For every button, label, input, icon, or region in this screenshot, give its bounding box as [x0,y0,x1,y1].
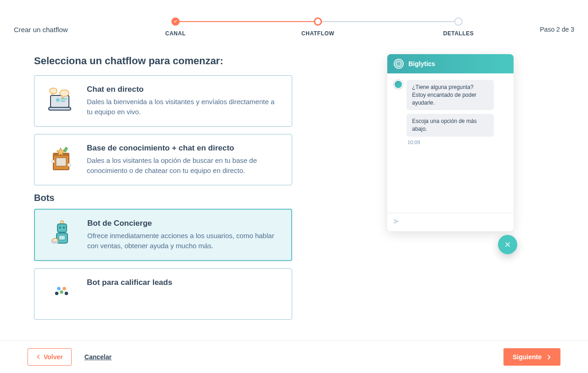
option-qualify-leads-bot[interactable]: Bot para calificar leads [34,268,292,320]
svg-point-17 [57,287,61,290]
chat-message: Escoja una opción de más abajo. [407,114,494,137]
next-label: Siguiente [513,353,542,361]
concierge-bot-icon [46,219,78,251]
option-concierge-bot[interactable]: Bot de Concierge Ofrece inmediatamente a… [34,209,292,261]
svg-rect-13 [63,227,65,228]
option-title: Bot de Concierge [87,219,277,228]
svg-rect-1 [49,107,71,110]
step-counter: Paso 2 de 3 [510,16,574,33]
step-label-chatflow: CHATFLOW [301,30,334,37]
chat-input-area[interactable] [387,213,514,231]
step-node-detalles[interactable] [454,17,463,26]
svg-point-22 [396,61,401,66]
option-title: Chat en directo [87,85,278,94]
chevron-right-icon [546,355,551,360]
option-live-chat[interactable]: Chat en directo Dales la bienvenida a lo… [34,75,292,127]
bot-avatar-icon [394,80,403,89]
stepper: CANAL CHATFLOW DETALLES [119,16,510,39]
check-icon [173,19,178,24]
chat-timestamp: 10:09 [407,139,507,145]
svg-point-20 [55,292,59,295]
section-title: Selecciona un chatflow para comenzar: [32,55,294,67]
option-desc: Dales la bienvenida a los visitantes y e… [87,97,278,117]
svg-rect-3 [61,98,67,100]
svg-point-19 [60,290,63,294]
back-button[interactable]: Volver [28,348,72,366]
option-title: Base de conocimiento + chat en directo [87,144,278,153]
svg-point-18 [62,287,66,290]
option-desc: Dales a los visitantes la opción de busc… [87,156,278,176]
svg-point-2 [56,98,60,102]
chevron-left-icon [36,355,41,359]
chat-message: ¿Tiene alguna pregunta? Estoy encantado … [407,80,494,110]
svg-rect-15 [59,235,65,240]
chat-preview: Biglytics ¿Tiene alguna pregunta? Estoy … [387,54,514,231]
qualify-bot-icon [45,278,78,310]
option-desc: Ofrece inmediatamente acciones a los usu… [87,231,277,251]
option-title: Bot para calificar leads [87,278,278,287]
svg-rect-4 [61,100,65,102]
svg-rect-10 [57,224,67,232]
next-button[interactable]: Siguiente [503,348,560,366]
step-node-canal[interactable] [171,17,180,26]
back-label: Volver [44,353,63,361]
laptop-chat-icon [45,85,78,117]
close-icon [504,241,511,248]
svg-point-16 [51,241,58,244]
step-node-chatflow[interactable] [314,17,322,26]
svg-rect-7 [56,158,66,166]
wizard-header: Crear un chatflow CANAL CHATFLOW DETALLE… [0,0,588,41]
send-icon [393,218,400,225]
bots-heading: Bots [34,193,292,203]
cancel-link[interactable]: Cancelar [85,353,112,361]
wizard-footer: Volver Cancelar Siguiente [0,340,588,373]
svg-point-11 [61,221,63,223]
chatflow-options: Chat en directo Dales la bienvenida a lo… [32,75,294,340]
chat-close-button[interactable] [498,235,517,254]
option-kb-live-chat[interactable]: Base de conocimiento + chat en directo D… [34,134,292,185]
step-label-detalles: DETALLES [443,30,474,37]
svg-point-21 [65,292,68,295]
chat-header: Biglytics [387,54,514,73]
svg-rect-0 [51,95,69,107]
chat-avatar-icon [394,59,404,69]
knowledge-base-icon [45,144,78,176]
page-title: Crear un chatflow [14,16,119,33]
chat-brand: Biglytics [408,60,435,67]
svg-rect-12 [59,227,61,228]
step-label-canal: CANAL [165,30,186,37]
